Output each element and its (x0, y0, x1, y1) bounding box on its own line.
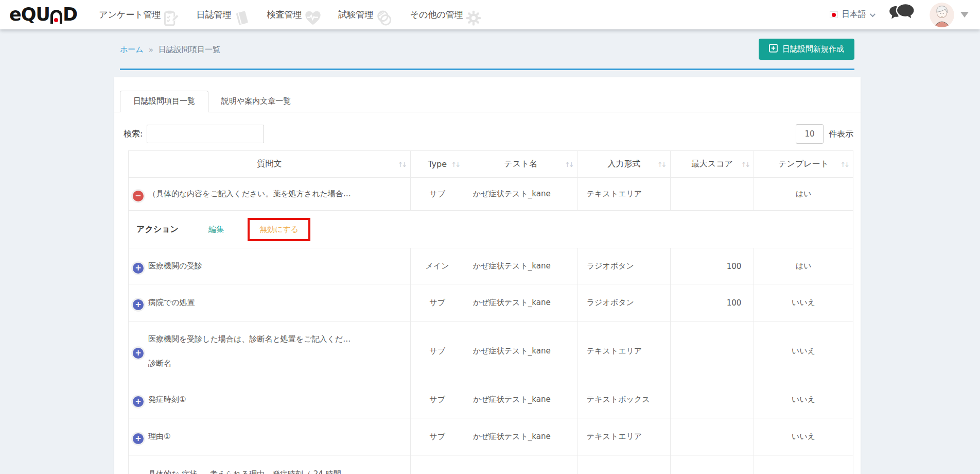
breadcrumb-current: 日誌設問項目一覧 (159, 45, 220, 55)
column-header-max-score[interactable]: 最大スコア↑↓ (671, 151, 755, 177)
account-caret-icon[interactable] (960, 12, 969, 18)
expand-row-icon[interactable]: + (133, 433, 144, 444)
collapse-row-icon[interactable]: − (133, 191, 144, 201)
cell-template: いいえ (754, 284, 853, 321)
nav-label: その他の管理 (410, 9, 463, 21)
cell-test-name (464, 455, 578, 474)
action-label: アクション (136, 224, 179, 235)
account-area (930, 3, 969, 27)
disable-link[interactable]: 無効にする (259, 225, 299, 234)
cell-template: いいえ (754, 321, 853, 381)
cell-type: サブ (411, 381, 464, 418)
nav-item-exam-management[interactable]: 試験管理 (339, 6, 393, 24)
nav-label: 試験管理 (339, 9, 374, 21)
create-button-label: 日誌設問新規作成 (782, 44, 844, 54)
plus-square-icon (769, 44, 778, 55)
language-selector[interactable]: 日本語 (830, 9, 874, 20)
table-row: − （具体的な内容をご記入ください。薬を処方された場合… サブ かぜ症状テスト_… (129, 178, 853, 211)
nav-label: 検査管理 (267, 9, 302, 21)
table-row: + 病院での処置 サブ かぜ症状テスト_kane ラジオボタン 100 いいえ (129, 284, 853, 321)
expand-row-icon[interactable]: + (133, 348, 144, 359)
nav-item-survey-management[interactable]: アンケート管理 (99, 6, 179, 24)
cell-test-name: かぜ症状テスト_kane (464, 418, 578, 455)
main-nav: アンケート管理 日誌管理 検査管理 試験管理 その他の管理 (99, 6, 481, 24)
cell-type: サブ (411, 178, 464, 210)
cell-input-format: テキストエリア (578, 321, 671, 381)
cell-max-score (671, 418, 755, 455)
overlapping-circles-icon (376, 10, 393, 28)
gear-icon (466, 10, 481, 28)
sort-icon: ↑↓ (451, 160, 459, 168)
cell-input-format: テキストエリア (578, 418, 671, 455)
search-box: 検索: (124, 125, 264, 143)
table-row: + 発症時刻① サブ かぜ症状テスト_kane テキストボックス いいえ (129, 381, 853, 418)
cell-input-format (578, 455, 671, 474)
nav-item-other-management[interactable]: その他の管理 (410, 6, 481, 24)
page-size-control: 10 件表示 (796, 124, 853, 144)
questions-table: 質問文↑↓ Type↑↓ テスト名↑↓ 入力形式↑↓ 最大スコア↑↓ テンプレー… (128, 150, 853, 474)
logo-text-pre: eQU (9, 6, 50, 24)
cell-question: + 医療機関の受診 (129, 248, 411, 284)
nav-item-diary-management[interactable]: 日誌管理 (197, 6, 250, 24)
search-input[interactable] (147, 125, 264, 143)
expand-row-icon[interactable]: + (133, 263, 144, 274)
cell-template: いいえ (754, 418, 853, 455)
cell-max-score: 100 (671, 248, 755, 284)
expand-row-icon[interactable]: + (133, 299, 144, 310)
cell-template: いいえ (754, 381, 853, 418)
cell-type: メイン (411, 248, 464, 284)
tab-description-text-list[interactable]: 説明や案内文章一覧 (208, 91, 304, 112)
row-action-panel: アクション 編集 無効にする (129, 211, 853, 248)
search-label: 検索: (124, 129, 143, 140)
cell-test-name: かぜ症状テスト_kane (464, 178, 578, 210)
app-logo[interactable]: eQUD (9, 6, 77, 24)
column-header-type[interactable]: Type↑↓ (411, 151, 464, 177)
chat-button[interactable] (888, 3, 915, 27)
table-row: 具体的な 症状 、 考えられる理由、発症時刻（ 24 時間… (129, 455, 853, 474)
cell-input-format: ラジオボタン (578, 248, 671, 284)
cell-max-score (671, 455, 755, 474)
breadcrumb-home-link[interactable]: ホーム (120, 45, 144, 55)
cell-question: 具体的な 症状 、 考えられる理由、発症時刻（ 24 時間… (129, 455, 411, 474)
column-header-input-format[interactable]: 入力形式↑↓ (578, 151, 671, 177)
cell-max-score (671, 178, 755, 210)
clipboard-pencil-icon (164, 10, 179, 28)
japan-flag-icon (830, 11, 838, 18)
cell-question: + 病院での処置 (129, 284, 411, 321)
cell-type: サブ (411, 418, 464, 455)
cell-template: はい (754, 248, 853, 284)
cell-question: + 理由① (129, 418, 411, 455)
annotation-highlight-box: 無効にする (248, 218, 310, 241)
nav-label: 日誌管理 (197, 9, 232, 21)
sort-icon: ↑↓ (657, 160, 666, 168)
breadcrumb-separator: » (149, 45, 153, 55)
top-bar: eQUD アンケート管理 日誌管理 検査管理 試験管理 (0, 0, 980, 29)
column-header-template[interactable]: テンプレート↑↓ (754, 151, 853, 177)
cell-input-format: テキストエリア (578, 178, 671, 210)
page-size-select[interactable]: 10 (796, 124, 824, 144)
breadcrumb-underline (120, 69, 854, 70)
edit-link[interactable]: 編集 (208, 225, 224, 234)
table-header-row: 質問文↑↓ Type↑↓ テスト名↑↓ 入力形式↑↓ 最大スコア↑↓ テンプレー… (129, 151, 853, 178)
user-avatar[interactable] (930, 3, 954, 27)
top-bar-right: 日本語 (830, 3, 969, 27)
sort-icon: ↑↓ (565, 160, 573, 168)
cell-type (411, 455, 464, 474)
column-header-question[interactable]: 質問文↑↓ (129, 151, 411, 177)
cell-template (754, 455, 853, 474)
chat-bubbles-icon (888, 3, 915, 27)
cell-question: + 医療機関を受診した場合は、診断名と処置をご記入くだ… 診断名 (129, 321, 411, 381)
create-diary-question-button[interactable]: 日誌設問新規作成 (759, 39, 854, 60)
cell-test-name: かぜ症状テスト_kane (464, 248, 578, 284)
cell-input-format: ラジオボタン (578, 284, 671, 321)
cell-test-name: かぜ症状テスト_kane (464, 321, 578, 381)
page-size-suffix: 件表示 (829, 129, 853, 140)
tab-diary-question-list[interactable]: 日誌設問項目一覧 (120, 91, 208, 112)
nav-item-inspection-management[interactable]: 検査管理 (267, 6, 321, 24)
cell-type: サブ (411, 321, 464, 381)
tab-bar: 日誌設問項目一覧 説明や案内文章一覧 (114, 91, 861, 112)
column-header-test-name[interactable]: テスト名↑↓ (464, 151, 578, 177)
table-toolbar: 検索: 10 件表示 (124, 124, 853, 144)
expand-row-icon[interactable]: + (133, 396, 144, 407)
sort-icon: ↑↓ (840, 160, 848, 168)
